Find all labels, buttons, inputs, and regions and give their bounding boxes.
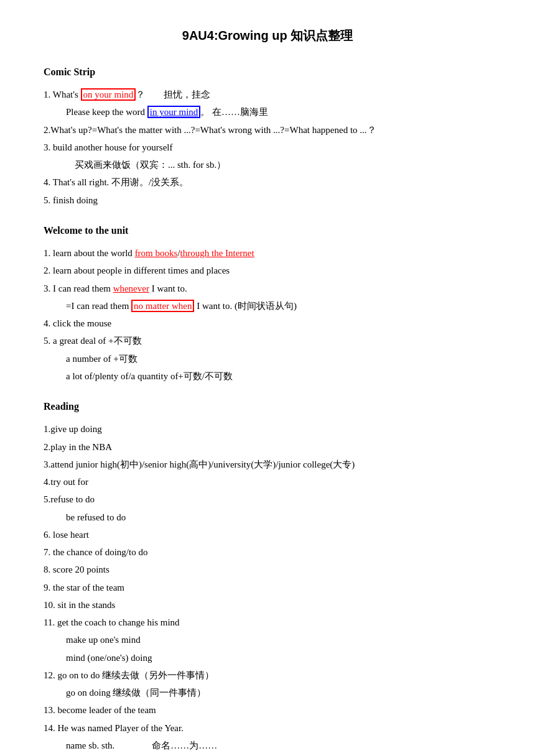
item-number: 1. What's [44,90,81,99]
welcome-title: Welcome to the unit [44,222,491,239]
list-item: 13. become leader of the team [44,702,491,718]
item-number: 1. learn about the world [44,248,135,258]
list-item: 7. the chance of doing/to do [44,544,491,560]
list-item: mind (one/one's) doing [44,650,491,666]
item-text: 4. That's all right. 不用谢。/没关系。 [44,177,188,187]
reading-section: Reading 1.give up doing 2.play in the NB… [44,398,491,756]
sub-item-text: a number of +可数 [66,354,137,364]
page-title: 9AU4:Growing up 知识点整理 [44,25,491,46]
list-item: 8. score 20 points [44,561,491,578]
highlight-from-books: from books [135,248,178,258]
list-item: 2.What's up?=What's the matter with ...?… [44,122,491,138]
list-item: 3. build another house for yourself [44,139,491,155]
list-item: 3. I can read them whenever I want to. [44,280,491,297]
list-item: make up one's mind [44,632,491,648]
list-item: 2.play in the NBA [44,439,491,455]
list-item: 10. sit in the stands [44,597,491,613]
reading-title: Reading [44,398,491,415]
item-text: 3. build another house for yourself [44,142,172,152]
list-item: go on doing 继续做（同一件事情） [44,685,491,701]
item-text: 5. a great deal of +不可数 [44,336,142,346]
welcome-section: Welcome to the unit 1. learn about the w… [44,222,491,384]
item-text: 4. click the mouse [44,318,111,328]
list-item: 4.try out for [44,474,491,490]
list-item: Please keep the word in your mind。 在……脑海… [44,104,491,120]
item-text-after: I want to. [149,284,187,293]
sub-item-text2: 。 在……脑海里 [200,107,268,117]
list-item: 9. the star of the team [44,579,491,596]
highlight-no-matter-when: no matter when [131,300,194,312]
list-item: 11. get the coach to change his mind [44,614,491,630]
list-item: 1. learn about the world from books/thro… [44,245,491,261]
list-item: 1. What's on your mind？ 担忧，挂念 [44,86,491,103]
item-text: 5. finish doing [44,195,98,205]
item-text: 2.What's up?=What's the matter with ...?… [44,125,376,135]
list-item: 3.attend junior high(初中)/senior high(高中)… [44,456,491,472]
list-item: a number of +可数 [44,351,491,367]
list-item: 5.refuse to do [44,491,491,507]
list-item: a lot of/plenty of/a quantity of+可数/不可数 [44,368,491,384]
comic-strip-section: Comic Strip 1. What's on your mind？ 担忧，挂… [44,63,491,208]
list-item: 5. a great deal of +不可数 [44,333,491,349]
list-item: 5. finish doing [44,192,491,208]
list-item: 2. learn about people in different times… [44,262,491,279]
item-text: 2. learn about people in different times… [44,265,230,275]
comic-strip-title: Comic Strip [44,63,491,80]
highlight-in-your-mind: in your mind [147,106,201,118]
sub-item-text-after: I want to. (时间状语从句) [194,301,297,311]
highlight-whenever: whenever [113,284,149,293]
sub-item-text: 买戏画来做饭（双宾：... sth. for sb.） [75,160,226,170]
sub-item-text: a lot of/plenty of/a quantity of+可数/不可数 [66,371,233,381]
item-text: ？ 担忧，挂念 [136,90,210,99]
sub-item-text: Please keep the word [66,107,147,117]
list-item: 6. lose heart [44,527,491,543]
list-item: =I can read them no matter when I want t… [44,298,491,314]
list-item: 4. click the mouse [44,315,491,331]
item-text-before: 3. I can read them [44,284,113,293]
highlight-on-your-mind: on your mind [81,88,136,101]
list-item: name sb. sth. 命名……为…… [44,737,491,754]
list-item: 12. go on to do 继续去做（另外一件事情） [44,667,491,683]
sub-item-text-before: =I can read them [66,301,131,311]
list-item: 1.give up doing [44,421,491,437]
list-item: 4. That's all right. 不用谢。/没关系。 [44,174,491,190]
list-item: 买戏画来做饭（双宾：... sth. for sb.） [44,157,491,173]
highlight-through-internet: through the Internet [180,248,254,258]
list-item: 14. He was named Player of the Year. [44,720,491,736]
list-item: be refused to do [44,509,491,525]
